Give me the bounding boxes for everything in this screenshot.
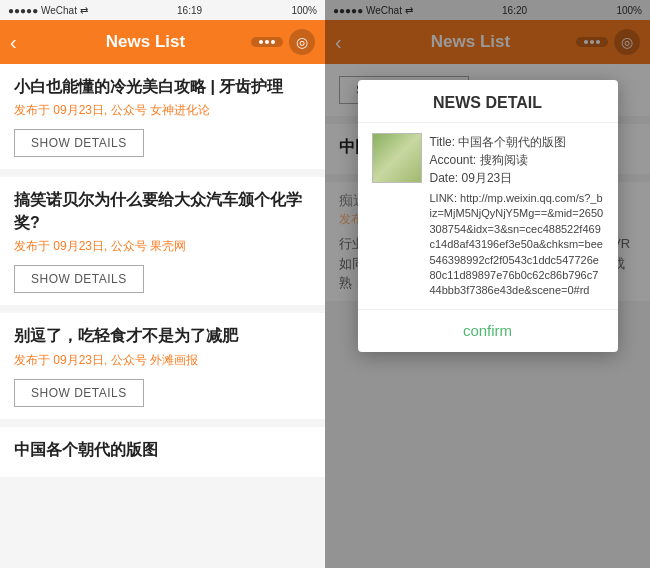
modal-header: NEWS DETAIL (358, 80, 618, 123)
modal-account-value: 搜狗阅读 (480, 153, 528, 167)
news-title-4: 中国各个朝代的版图 (14, 439, 311, 461)
left-panel: ●●●●● WeChat ⇄ 16:19 100% ‹ News List ◎ … (0, 0, 325, 568)
show-details-btn-3[interactable]: SHOW DETAILS (14, 379, 144, 407)
dot2 (265, 40, 269, 44)
modal-overlay[interactable]: NEWS DETAIL Title: 中国各个朝代的版图 Account: 搜狗… (325, 0, 650, 568)
left-nav-title: News List (40, 32, 251, 52)
news-title-3: 别逗了，吃轻食才不是为了减肥 (14, 325, 311, 347)
thumbnail-image (373, 134, 421, 182)
show-details-btn-1[interactable]: SHOW DETAILS (14, 129, 144, 157)
left-battery: 100% (291, 5, 317, 16)
news-title-2: 搞笑诺贝尔为什么要给大众汽车颁个化学奖? (14, 189, 311, 234)
news-title-1: 小白也能懂的冷光美白攻略 | 牙齿护理 (14, 76, 311, 98)
modal-link-label: LINK: (430, 192, 458, 204)
news-meta-2: 发布于 09月23日, 公众号 果壳网 (14, 238, 311, 255)
left-content: 小白也能懂的冷光美白攻略 | 牙齿护理 发布于 09月23日, 公众号 女神进化… (0, 64, 325, 568)
modal-title-row: Title: 中国各个朝代的版图 (430, 133, 604, 151)
right-panel: ●●●●● WeChat ⇄ 16:20 100% ‹ News List ◎ … (325, 0, 650, 568)
modal-link-value: http://mp.weixin.qq.com/s?_biz=MjM5NjQyN… (430, 192, 604, 296)
left-navbar: ‹ News List ◎ (0, 20, 325, 64)
modal-date-row: Date: 09月23日 (430, 169, 604, 187)
modal-confirm-button[interactable]: confirm (463, 322, 512, 339)
news-item-1: 小白也能懂的冷光美白攻略 | 牙齿护理 发布于 09月23日, 公众号 女神进化… (0, 64, 325, 169)
left-dots-button[interactable] (251, 37, 283, 47)
left-time: 16:19 (177, 5, 202, 16)
modal-account-row: Account: 搜狗阅读 (430, 151, 604, 169)
modal-date-value: 09月23日 (462, 171, 513, 185)
modal-footer: confirm (358, 309, 618, 352)
news-meta-3: 发布于 09月23日, 公众号 外滩画报 (14, 352, 311, 369)
news-detail-modal: NEWS DETAIL Title: 中国各个朝代的版图 Account: 搜狗… (358, 80, 618, 352)
target-icon: ◎ (296, 34, 308, 50)
left-signal: ●●●●● WeChat ⇄ (8, 5, 88, 16)
dot3 (271, 40, 275, 44)
left-status-bar: ●●●●● WeChat ⇄ 16:19 100% (0, 0, 325, 20)
news-item-3: 别逗了，吃轻食才不是为了减肥 发布于 09月23日, 公众号 外滩画报 SHOW… (0, 313, 325, 418)
modal-text: Title: 中国各个朝代的版图 Account: 搜狗阅读 Date: 09月… (430, 133, 604, 299)
news-meta-1: 发布于 09月23日, 公众号 女神进化论 (14, 102, 311, 119)
show-details-btn-2[interactable]: SHOW DETAILS (14, 265, 144, 293)
left-back-button[interactable]: ‹ (10, 31, 40, 54)
dot1 (259, 40, 263, 44)
modal-body: Title: 中国各个朝代的版图 Account: 搜狗阅读 Date: 09月… (358, 123, 618, 309)
left-target-button[interactable]: ◎ (289, 29, 315, 55)
modal-date-label: Date: (430, 171, 459, 185)
news-item-4: 中国各个朝代的版图 (0, 427, 325, 477)
modal-account-label: Account: (430, 153, 477, 167)
modal-title-value: 中国各个朝代的版图 (458, 135, 566, 149)
news-item-2: 搞笑诺贝尔为什么要给大众汽车颁个化学奖? 发布于 09月23日, 公众号 果壳网… (0, 177, 325, 305)
modal-link-row: LINK: http://mp.weixin.qq.com/s?_biz=MjM… (430, 191, 604, 299)
modal-title-label: Title: (430, 135, 456, 149)
modal-thumbnail (372, 133, 422, 183)
left-nav-actions: ◎ (251, 29, 315, 55)
